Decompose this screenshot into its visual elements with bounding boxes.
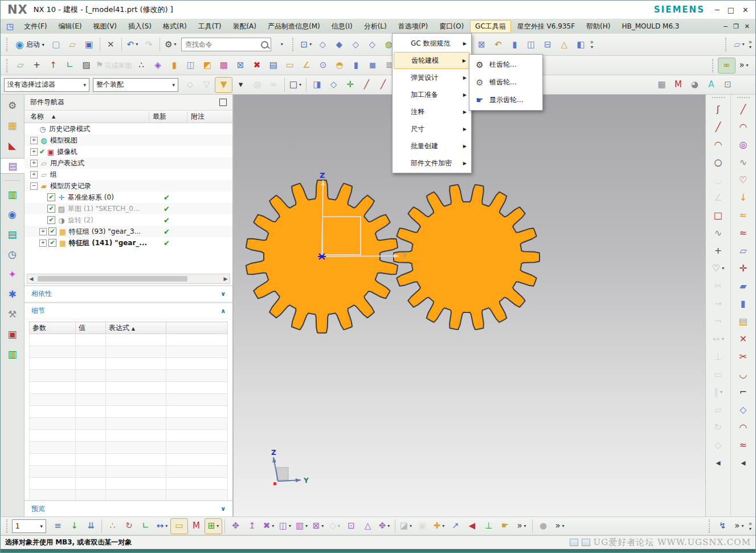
toolbar-grip[interactable] — [712, 97, 725, 98]
new-component-button[interactable]: ▣ — [414, 519, 431, 534]
details-col-expression[interactable]: 表达式 ▲ — [106, 322, 166, 334]
sync-replace-face-button[interactable]: ↶ — [490, 37, 506, 52]
visibility-checkbox[interactable]: ✔ — [47, 193, 55, 201]
scroll-right-icon[interactable]: ▶ — [222, 276, 230, 282]
intersection-point-tool[interactable]: ✛ — [735, 259, 751, 277]
find-command-box[interactable] — [181, 38, 271, 51]
shaded-view-button[interactable]: ◆ — [331, 37, 348, 52]
direct-arc-tool[interactable]: ◠ — [735, 118, 751, 136]
sync-linear-dim-button[interactable]: ⊠▾ — [310, 519, 326, 534]
reuse-library-tab[interactable]: ▥ — [4, 187, 21, 202]
toolbar-grip[interactable] — [6, 59, 10, 72]
chamfer-tool[interactable]: ∠ — [710, 189, 726, 206]
measure-ruler-button[interactable]: ▭ — [170, 518, 188, 534]
grid-snap-button[interactable]: ▦ — [653, 78, 670, 92]
menu-dimension[interactable]: 尺寸▶ — [394, 120, 470, 137]
datum-axis-button[interactable]: ↑ — [45, 58, 62, 73]
snap-point-toggle-button[interactable]: ✛ — [342, 78, 358, 92]
datum-plane-button[interactable]: ▱ — [12, 58, 28, 73]
menubar-item[interactable]: 插入(S) — [123, 20, 157, 33]
endpoint-snap-button[interactable]: ╱ — [358, 78, 375, 92]
contour-tool[interactable]: ♡ — [735, 171, 751, 189]
wcs-display-button[interactable]: ∟ — [137, 519, 154, 534]
chain-select-button[interactable]: ∞ — [265, 78, 282, 92]
block-button[interactable]: ◼ — [364, 58, 381, 73]
project-curve-tool[interactable]: ≈ — [735, 206, 751, 224]
save-button[interactable]: ▣ — [81, 37, 97, 52]
midpoint-snap-button[interactable]: ╱ — [375, 78, 391, 92]
menubar-item[interactable]: 信息(I) — [326, 20, 358, 33]
expand-toggle-icon[interactable]: + — [30, 137, 38, 144]
mdi-close-button[interactable]: ✕ — [745, 23, 750, 30]
details-col-parameter[interactable]: 参数 — [30, 322, 76, 334]
maximize-button[interactable]: □ — [728, 6, 734, 14]
view-orient-cube-button[interactable]: ⊞▾ — [205, 518, 222, 534]
process-studio-tab[interactable]: ✦ — [4, 267, 21, 282]
column-latest[interactable]: 最新 — [149, 112, 187, 121]
section-view-button[interactable]: ◫ — [182, 58, 199, 73]
manufacturing-wizard-tab[interactable]: ✱ — [4, 287, 21, 302]
menu-m-button[interactable]: M — [188, 519, 205, 534]
menubar-item[interactable]: 帮助(H) — [581, 20, 615, 33]
menubar-item[interactable]: 格式(R) — [158, 20, 192, 33]
add-component-button[interactable]: ◪▾ — [398, 519, 414, 534]
toolbar-grip[interactable] — [709, 519, 712, 533]
sync-copy-face-button[interactable]: ◫ — [523, 37, 540, 52]
boss-button[interactable]: ◓ — [331, 58, 348, 73]
corner-curve-tool[interactable]: ⌐ — [735, 383, 751, 401]
move-to-layer-button[interactable]: ↓ — [66, 519, 83, 534]
hole-button[interactable]: ⊙ — [314, 58, 331, 73]
cylinder-dimension-button[interactable]: ◕ — [686, 78, 703, 92]
submenu-show-gear[interactable]: ☛显示齿轮... — [471, 91, 541, 109]
material-overflow-button[interactable]: »▾ — [551, 519, 568, 534]
sync-resize-face-button[interactable]: ⊠ — [473, 37, 490, 52]
four-point-surface-button[interactable]: ◈ — [149, 58, 166, 73]
revolve-row[interactable]: ✔◑旋转 (2)✔ — [24, 214, 232, 226]
trim-tool[interactable]: ✂ — [710, 277, 726, 295]
assembly-overflow-button[interactable]: »▾ — [513, 519, 530, 534]
sync-cone-face-button[interactable]: △ — [556, 37, 573, 52]
finish-sketch-button[interactable]: ⚑完成草图 — [95, 58, 133, 73]
cameras-row[interactable]: +✔▣摄像机 — [24, 146, 232, 157]
rotate-csys-button[interactable]: ↻ — [121, 519, 137, 534]
profile-tool[interactable]: ʃ — [710, 100, 726, 118]
rotate-point-button[interactable]: ◎ — [249, 78, 265, 92]
object-color-button[interactable]: ▩ — [215, 58, 232, 73]
create-component-button[interactable]: ✚▾ — [431, 519, 447, 534]
menubar-item[interactable]: HB_MOULD M6.3 — [616, 21, 684, 32]
menu-toggle-button[interactable]: M — [670, 78, 686, 92]
menu-machining-prep[interactable]: 加工准备▶ — [394, 86, 470, 103]
point-button[interactable]: + — [28, 58, 45, 73]
menu-part-encryption[interactable]: 部件文件加密▶ — [394, 154, 470, 172]
scrollbar-thumb[interactable] — [38, 276, 187, 282]
user-expressions-row[interactable]: +▱用户表达式 — [24, 157, 232, 169]
menubar-item[interactable]: 产品制造信息(M) — [263, 20, 325, 33]
menubar-item[interactable]: 窗口(O) — [434, 20, 469, 33]
offset-curve-tool[interactable]: ♡▾ — [710, 259, 726, 277]
measure-angle-button[interactable]: ∠ — [298, 58, 314, 73]
menu-gear-modeling[interactable]: 齿轮建模▶ — [394, 52, 470, 69]
smooth-curve-tool[interactable]: ≈ — [735, 436, 751, 454]
toolbar1-right-overflow-button[interactable]: »▾ — [749, 39, 752, 50]
visibility-checkbox[interactable]: ✔ — [47, 216, 55, 224]
constraint-navigator-tab[interactable]: ◣ — [4, 138, 21, 153]
menubar-item[interactable]: 星空外挂 V6.935F — [512, 20, 580, 33]
menubar-item[interactable]: 编辑(E) — [54, 20, 87, 33]
polygon-tool[interactable]: ◇ — [735, 401, 751, 418]
menu-gc-data-standard[interactable]: GC 数据规范▶ — [394, 35, 470, 52]
sync-make-coplanar-button[interactable]: ◇▾ — [326, 519, 343, 534]
system-scenes-tab[interactable]: ▣ — [4, 327, 21, 341]
sync-move-edge-button[interactable]: ✥▾ — [376, 519, 393, 534]
collapse-col-a[interactable]: ◂ — [710, 454, 726, 471]
sync-group-face-button[interactable]: ⊡ — [343, 519, 359, 534]
visibility-checkbox[interactable]: ✔ — [48, 227, 56, 235]
toolbar-grip[interactable] — [712, 59, 716, 72]
feature-group-141-row[interactable]: +✔▦特征组 (141) "gear_...✔ — [24, 237, 232, 249]
model-views-row[interactable]: +◍模型视图 — [24, 135, 232, 146]
expand-toggle-icon[interactable]: + — [39, 239, 47, 247]
work-layer-dropdown[interactable]: 1 ▾ — [12, 519, 46, 533]
scroll-left-icon[interactable]: ◀ — [27, 276, 35, 282]
wave-link-button[interactable]: ∞ — [718, 58, 735, 74]
line-tool[interactable]: ╱ — [710, 118, 726, 136]
studio-spline-tool[interactable]: ∿ — [710, 224, 726, 242]
